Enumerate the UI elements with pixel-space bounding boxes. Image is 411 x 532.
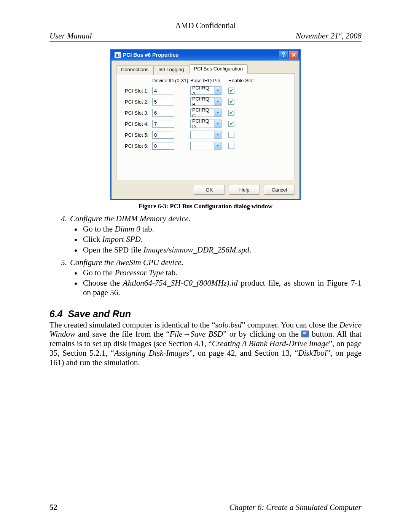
page-footer: 52 Chapter 6: Create a Simulated Compute…	[49, 502, 362, 512]
irq-value: PCIIRQ A	[191, 85, 214, 96]
device-id-input[interactable]	[152, 98, 174, 105]
enable-checkbox[interactable]	[228, 143, 234, 149]
chevron-down-icon: ▼	[214, 109, 221, 117]
section-title: Save and Run	[68, 308, 131, 319]
properties-dialog: ◧ PCI Bus #6 Properties ? ✕ Connections …	[110, 49, 301, 200]
enable-checkbox[interactable]: ✔	[228, 88, 234, 94]
irq-value: PCIIRQ D	[191, 118, 214, 129]
slot-label: PCI Slot 2:	[125, 99, 152, 105]
help-button[interactable]: Help	[229, 185, 260, 195]
app-icon: ◧	[115, 52, 121, 58]
device-id-input[interactable]	[152, 109, 174, 117]
column-headers: Device ID (0-31) Base IRQ Pin Enable Slo…	[125, 78, 288, 83]
tab-pci-bus-configuration[interactable]: PCI Bus Configuration	[189, 64, 248, 74]
header-date-sup: st	[338, 31, 341, 37]
col-base-irq: Base IRQ Pin	[190, 78, 228, 83]
irq-select[interactable]: PCIIRQ B▼	[190, 97, 221, 106]
tab-io-logging[interactable]: I/O Logging	[153, 65, 189, 75]
slot-label: PCI Slot 4:	[125, 121, 152, 127]
enable-checkbox[interactable]: ✔	[228, 99, 234, 105]
slot-row: PCI Slot 5: ▼	[125, 131, 288, 139]
enable-checkbox[interactable]	[228, 132, 234, 138]
section-number: 6.4	[49, 308, 63, 319]
list-item: Go to the Processor Type tab.	[81, 268, 362, 278]
header-left: User Manual	[49, 31, 92, 41]
close-icon[interactable]: ✕	[289, 51, 298, 59]
ok-button[interactable]: OK	[194, 185, 225, 195]
irq-select[interactable]: ▼	[190, 131, 221, 139]
device-id-input[interactable]	[152, 120, 174, 128]
irq-select[interactable]: PCIIRQ A▼	[190, 86, 221, 95]
irq-select[interactable]: PCIIRQ C▼	[190, 109, 221, 117]
list-item: Click Import SPD.	[81, 235, 362, 244]
chevron-down-icon: ▼	[214, 142, 221, 150]
chevron-down-icon: ▼	[214, 120, 221, 128]
figure-caption: Figure 6-3: PCI Bus Configuration dialog…	[49, 203, 362, 210]
tabstrip: Connections I/O Logging PCI Bus Configur…	[116, 64, 295, 74]
header-confidential: AMD Confidential	[49, 21, 362, 30]
step-number: 4.	[49, 214, 70, 224]
irq-select[interactable]: PCIIRQ D▼	[190, 120, 221, 128]
enable-checkbox[interactable]: ✔	[228, 110, 234, 116]
slot-label: PCI Slot 5:	[125, 132, 152, 138]
irq-value: PCIIRQ C	[191, 107, 214, 118]
header-right: November 21st, 2008	[296, 31, 362, 41]
slot-label: PCI Slot 3:	[125, 110, 152, 116]
dialog-titlebar[interactable]: ◧ PCI Bus #6 Properties ? ✕	[112, 49, 299, 61]
slot-row: PCI Slot 6: ▼	[125, 142, 288, 150]
step-title: Configure the DIMM Memory device.	[70, 214, 191, 224]
slot-row: PCI Slot 1: PCIIRQ A▼ ✔	[125, 86, 288, 95]
chevron-down-icon: ▼	[214, 98, 221, 105]
slot-row: PCI Slot 4: PCIIRQ D▼ ✔	[125, 120, 288, 128]
list-item: Go to the Dimm 0 tab.	[81, 224, 362, 234]
list-item: Choose the Ahtlon64-754_SH-C0_(800MHz).i…	[81, 278, 362, 297]
tab-connections[interactable]: Connections	[116, 65, 153, 75]
device-id-input[interactable]	[152, 142, 174, 150]
header-date-suffix: , 2008	[342, 31, 362, 40]
section-heading: 6.4 Save and Run	[49, 308, 362, 320]
page-number: 52	[49, 503, 57, 512]
chevron-down-icon: ▼	[214, 131, 221, 139]
slot-label: PCI Slot 6:	[125, 143, 152, 149]
help-icon[interactable]: ?	[279, 51, 288, 59]
section-paragraph: The created simulated computer is identi…	[49, 320, 362, 367]
chapter-label: Chapter 6: Create a Simulated Computer	[229, 503, 362, 512]
list-item: Open the SPD file Images/simnow_DDR_256M…	[81, 245, 362, 255]
slot-row: PCI Slot 2: PCIIRQ B▼ ✔	[125, 97, 288, 106]
cancel-button[interactable]: Cancel	[264, 185, 295, 195]
enable-checkbox[interactable]: ✔	[228, 121, 234, 127]
device-id-input[interactable]	[152, 87, 174, 94]
step-title: Configure the AweSim CPU device.	[70, 258, 183, 267]
header-line: User Manual November 21st, 2008	[49, 31, 362, 42]
header-date-prefix: November 21	[296, 31, 339, 40]
step-number: 5.	[49, 258, 70, 267]
col-enable-slot: Enable Slot	[228, 78, 259, 83]
irq-select[interactable]: ▼	[190, 142, 221, 150]
dialog-title: PCI Bus #6 Properties	[123, 52, 178, 58]
slot-label: PCI Slot 1:	[125, 88, 152, 94]
chevron-down-icon: ▼	[214, 87, 221, 94]
col-device-id: Device ID (0-31)	[152, 78, 190, 83]
irq-value: PCIIRQ B	[191, 96, 214, 107]
slot-row: PCI Slot 3: PCIIRQ C▼ ✔	[125, 109, 288, 117]
tabpanel: Device ID (0-31) Base IRQ Pin Enable Slo…	[116, 73, 295, 180]
save-icon	[301, 331, 309, 337]
device-id-input[interactable]	[152, 131, 174, 139]
